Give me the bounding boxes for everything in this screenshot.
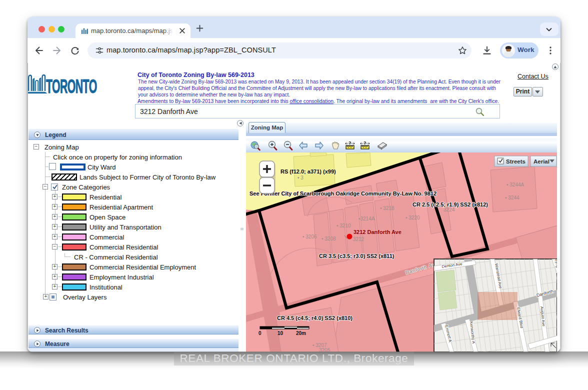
svg-text:?: ? xyxy=(364,140,366,146)
svg-text:Aerial: Aerial xyxy=(534,158,550,164)
svg-text:20m: 20m xyxy=(296,330,306,336)
svg-text:10: 10 xyxy=(278,330,284,336)
svg-text:TORONTO: TORONTO xyxy=(46,76,97,97)
svg-text:0: 0 xyxy=(258,330,262,336)
svg-text:• 3220: • 3220 xyxy=(406,215,420,220)
svg-text:?: ? xyxy=(348,140,352,146)
svg-text:• 3208: • 3208 xyxy=(322,236,336,242)
svg-text:3212: 3212 xyxy=(353,236,364,242)
svg-text:• 3244: • 3244 xyxy=(505,195,520,200)
svg-text:CR 4.5 (c4.5; r4.0) SS2 (x810: CR 4.5 (c4.5; r4.0) SS2 (x810) xyxy=(277,315,352,321)
svg-text:3212 Danforth Ave: 3212 Danforth Ave xyxy=(354,229,402,235)
svg-text:• 3: • 3 xyxy=(298,175,304,180)
svg-text:CR 2.5 (c2.5; r1.9) SS2 (x812: CR 2.5 (c2.5; r1.9) SS2 (x812) xyxy=(412,202,488,208)
svg-text:CR 3.5 (c3.5; r3.0) SS2 (x811: CR 3.5 (c3.5; r3.0) SS2 (x811) xyxy=(319,253,394,259)
svg-text:RS (f12.0; a371) (x99): RS (f12.0; a371) (x99) xyxy=(280,168,336,174)
svg-text:•3214A: •3214A xyxy=(358,216,375,222)
svg-text:• 3244A: • 3244A xyxy=(506,182,524,188)
svg-text:Streets: Streets xyxy=(506,158,526,164)
svg-text:See Former City of Scarborough: See Former City of Scarborough Oakridge … xyxy=(250,190,436,196)
svg-text:• 3218: • 3218 xyxy=(380,206,394,211)
svg-text:• 3210: • 3210 xyxy=(336,223,351,228)
svg-text:3224: 3224 xyxy=(444,207,455,212)
svg-text:• 3206: • 3206 xyxy=(302,234,317,240)
